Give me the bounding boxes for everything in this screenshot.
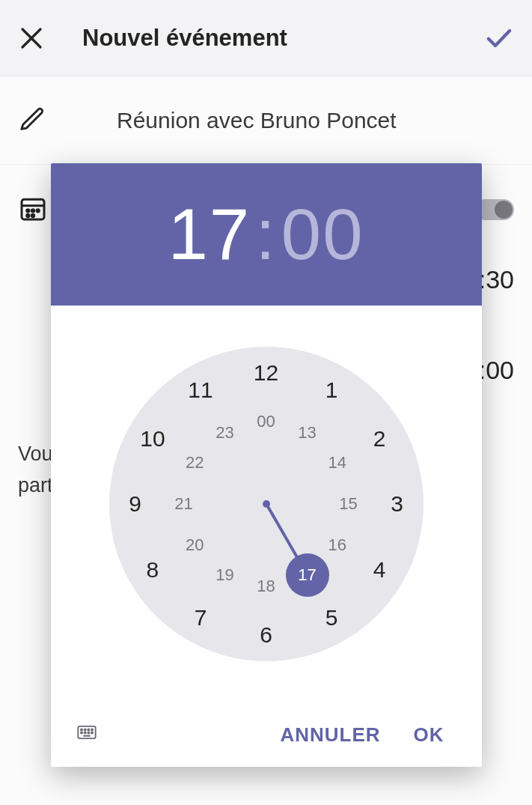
- dialog-scrim: 17 : 00 12123456789101100131415161718192…: [0, 0, 532, 805]
- time-picker-dialog: 17 : 00 12123456789101100131415161718192…: [51, 163, 482, 767]
- svg-point-17: [91, 732, 92, 733]
- clock-hour-13[interactable]: 13: [298, 423, 316, 443]
- clock-hour-5[interactable]: 5: [325, 605, 338, 631]
- svg-point-11: [84, 729, 85, 730]
- clock-hour-3[interactable]: 3: [391, 491, 403, 517]
- picker-hour[interactable]: 17: [168, 193, 251, 276]
- clock-hour-6[interactable]: 6: [260, 622, 272, 648]
- picker-minute[interactable]: 00: [281, 193, 364, 276]
- dialog-actions: ANNULER OK: [51, 702, 482, 767]
- clock-hour-20[interactable]: 20: [186, 535, 204, 555]
- svg-point-14: [80, 732, 82, 733]
- clock-hour-15[interactable]: 15: [339, 494, 357, 514]
- clock-hour-8[interactable]: 8: [147, 557, 159, 583]
- clock-hour-21[interactable]: 21: [174, 494, 192, 514]
- clock-hour-14[interactable]: 14: [328, 453, 346, 473]
- clock-hour-9[interactable]: 9: [129, 491, 141, 517]
- svg-point-10: [80, 729, 82, 730]
- clock-hour-1[interactable]: 1: [325, 377, 338, 403]
- clock-hour-18[interactable]: 18: [257, 577, 275, 596]
- svg-point-15: [84, 732, 85, 733]
- clock-hour-12[interactable]: 12: [254, 360, 278, 386]
- clock-hour-4[interactable]: 4: [373, 557, 386, 583]
- svg-point-13: [91, 729, 92, 730]
- ok-button[interactable]: OK: [397, 714, 461, 756]
- clock-hour-11[interactable]: 11: [188, 377, 213, 403]
- clock-hour-19[interactable]: 19: [215, 565, 233, 585]
- clock-hour-23[interactable]: 23: [215, 423, 233, 443]
- clock-hour-00[interactable]: 00: [257, 412, 275, 431]
- clock-hour-7[interactable]: 7: [195, 605, 207, 631]
- svg-point-16: [88, 732, 89, 733]
- clock-hour-10[interactable]: 10: [140, 426, 165, 452]
- clock-hour-16[interactable]: 16: [328, 535, 346, 555]
- clock-hour-22[interactable]: 22: [186, 453, 204, 473]
- keyboard-icon[interactable]: [72, 722, 102, 748]
- clock-face[interactable]: 1212345678910110013141516171819202122231…: [109, 347, 424, 661]
- clock-hour-2[interactable]: 2: [373, 426, 386, 452]
- svg-point-12: [88, 729, 89, 730]
- time-picker-header: 17 : 00: [51, 163, 482, 306]
- clock-face-container: 1212345678910110013141516171819202122231…: [51, 306, 482, 702]
- clock-selected-knob[interactable]: 17: [286, 553, 329, 597]
- cancel-button[interactable]: ANNULER: [263, 714, 397, 756]
- picker-colon: :: [255, 193, 277, 276]
